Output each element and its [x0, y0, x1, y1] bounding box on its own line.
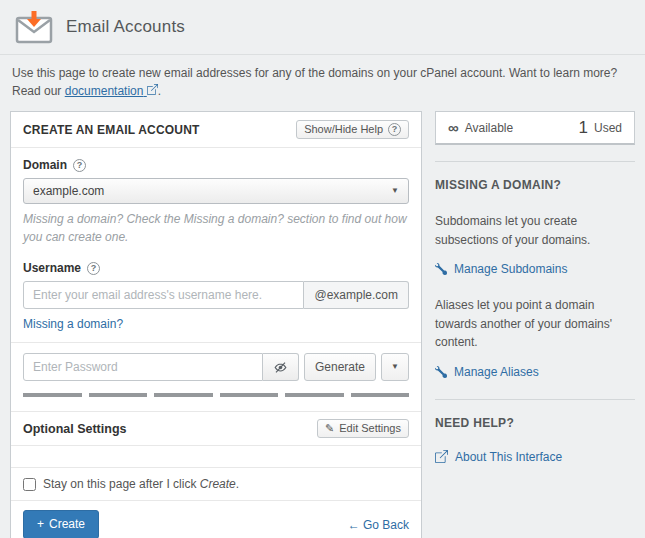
manage-subdomains-link[interactable]: Manage Subdomains: [435, 262, 635, 276]
stay-on-page-checkbox[interactable]: [23, 478, 36, 491]
about-this-interface-link[interactable]: About This Interface: [435, 450, 635, 464]
manage-aliases-link[interactable]: Manage Aliases: [435, 365, 635, 379]
show-hide-help-button[interactable]: Show/Hide Help ?: [296, 120, 409, 139]
external-link-icon: [147, 84, 158, 95]
username-domain-addon: @example.com: [304, 281, 409, 309]
intro-text: Use this page to create new email addres…: [12, 64, 633, 100]
stay-on-page-label[interactable]: Stay on this page after I click Create.: [23, 477, 239, 491]
generate-password-button[interactable]: Generate: [304, 353, 376, 381]
password-row: Generate ▼: [23, 353, 409, 381]
infinity-icon: ∞: [448, 120, 459, 135]
create-button[interactable]: + Create: [23, 510, 99, 538]
password-strength-meter: [23, 393, 409, 397]
domain-username-section: Domain ? example.com ▼ Missing a domain?…: [11, 148, 421, 343]
strength-segment: [23, 393, 82, 397]
help-icon: ?: [388, 123, 401, 136]
subdomains-text: Subdomains let you create subsections of…: [435, 212, 625, 249]
email-accounts-page: Email Accounts Use this page to create n…: [0, 0, 645, 538]
optional-settings-label: Optional Settings: [23, 422, 126, 436]
content: CREATE AN EMAIL ACCOUNT Show/Hide Help ?…: [0, 111, 645, 538]
domain-select[interactable]: example.com ▼: [23, 178, 409, 204]
used-stat: 1 Used: [579, 119, 622, 136]
available-label: Available: [465, 121, 513, 135]
email-accounts-icon: [14, 7, 54, 47]
used-label: Used: [594, 121, 622, 135]
page-header: Email Accounts: [0, 0, 645, 55]
panel-header: CREATE AN EMAIL ACCOUNT Show/Hide Help ?: [11, 112, 421, 148]
password-input[interactable]: [23, 353, 263, 381]
username-input[interactable]: [23, 281, 304, 309]
divider: [435, 161, 635, 162]
used-count: 1: [579, 119, 588, 136]
stay-on-page-row: Stay on this page after I click Create.: [11, 468, 421, 501]
page-title: Email Accounts: [66, 17, 185, 37]
back-arrow-icon: ←: [348, 518, 360, 532]
edit-settings-button[interactable]: ✎ Edit Settings: [317, 419, 409, 438]
wrench-icon: [435, 263, 447, 275]
eye-slash-icon: [273, 360, 288, 375]
username-help-icon[interactable]: ?: [87, 262, 100, 275]
chevron-down-icon: ▼: [391, 187, 399, 195]
chevron-down-icon: ▼: [391, 363, 399, 371]
optional-settings-row: Optional Settings ✎ Edit Settings: [11, 412, 421, 446]
strength-segment: [351, 393, 410, 397]
missing-domain-title: MISSING A DOMAIN?: [435, 178, 635, 192]
sidebar: ∞ Available 1 Used MISSING A DOMAIN? Sub…: [435, 111, 635, 484]
domain-label: Domain ?: [23, 158, 409, 172]
plus-icon: +: [37, 517, 44, 531]
divider: [435, 399, 635, 400]
available-stat: ∞ Available: [448, 120, 513, 135]
external-link-icon: [435, 450, 448, 463]
create-email-account-panel: CREATE AN EMAIL ACCOUNT Show/Hide Help ?…: [10, 111, 422, 538]
domain-help-icon[interactable]: ?: [73, 159, 86, 172]
documentation-link[interactable]: documentation: [65, 84, 158, 98]
pencil-icon: ✎: [325, 422, 334, 435]
password-options-button[interactable]: ▼: [381, 353, 409, 381]
password-input-group: [23, 353, 299, 381]
panel-title: CREATE AN EMAIL ACCOUNT: [23, 123, 200, 137]
need-help-title: NEED HELP?: [435, 416, 635, 430]
go-back-link[interactable]: ← Go Back: [348, 518, 409, 532]
strength-segment: [154, 393, 213, 397]
missing-domain-link[interactable]: Missing a domain?: [23, 317, 123, 331]
toggle-password-visibility-button[interactable]: [263, 353, 299, 381]
wrench-icon: [435, 366, 447, 378]
usage-stats: ∞ Available 1 Used: [435, 111, 635, 145]
password-section: Generate ▼: [11, 343, 421, 412]
username-label: Username ?: [23, 261, 409, 275]
strength-segment: [285, 393, 344, 397]
strength-segment: [220, 393, 279, 397]
domain-select-value: example.com: [33, 184, 104, 198]
domain-hint: Missing a domain? Check the Missing a do…: [23, 210, 409, 246]
aliases-text: Aliases let you point a domain towards a…: [435, 296, 625, 352]
panel-footer: + Create ← Go Back: [11, 501, 421, 538]
username-input-group: @example.com: [23, 281, 409, 309]
strength-segment: [89, 393, 148, 397]
optional-settings-body: [11, 446, 421, 468]
